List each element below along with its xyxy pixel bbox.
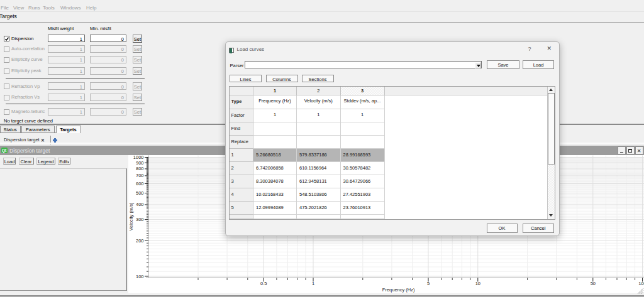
- svg-text:0.5: 0.5: [260, 281, 267, 286]
- svg-text:400: 400: [136, 202, 144, 207]
- svg-text:5: 5: [427, 281, 430, 286]
- svg-text:200: 200: [136, 237, 144, 243]
- svg-text:300: 300: [136, 217, 144, 222]
- svg-text:Velocity (m/s): Velocity (m/s): [128, 202, 134, 230]
- svg-text:1: 1: [312, 281, 314, 286]
- svg-text:800: 800: [136, 166, 144, 171]
- svg-text:10: 10: [475, 281, 480, 286]
- svg-text:50: 50: [591, 281, 596, 286]
- svg-text:700: 700: [136, 173, 144, 178]
- svg-text:100: 100: [638, 281, 644, 286]
- svg-text:500: 500: [136, 190, 144, 196]
- svg-text:1000: 1000: [133, 155, 144, 160]
- svg-text:100: 100: [136, 273, 144, 279]
- svg-text:900: 900: [136, 159, 144, 165]
- svg-text:600: 600: [136, 181, 144, 186]
- svg-text:Frequency (Hz): Frequency (Hz): [382, 287, 415, 293]
